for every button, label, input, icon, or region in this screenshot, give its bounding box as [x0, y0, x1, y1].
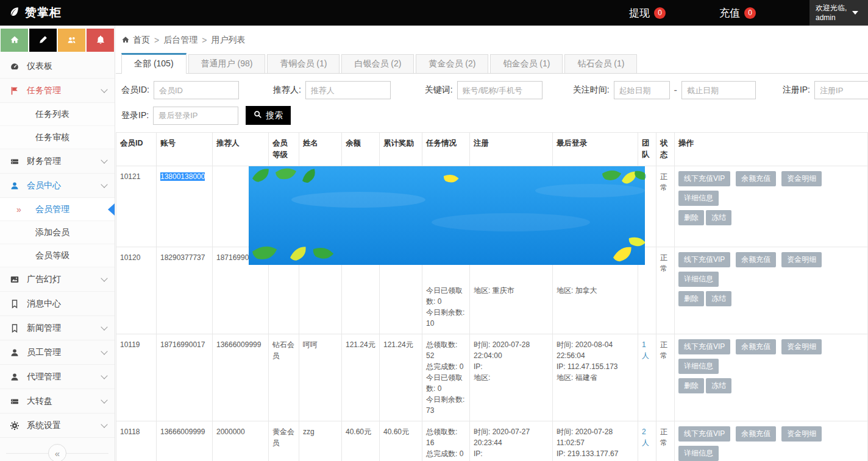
offline-recharge-vip-button[interactable]: 线下充值VIP — [678, 339, 730, 354]
register-ip-input[interactable] — [814, 81, 868, 99]
start-date-input[interactable] — [614, 81, 670, 99]
sidebar-item-news-management[interactable]: 新闻管理 — [0, 316, 115, 340]
cell-level: 钻石会员 — [269, 334, 299, 421]
active-marker-icon: » — [16, 205, 21, 214]
cell-member-id: 10120 — [116, 247, 157, 334]
member-id-input[interactable] — [154, 81, 239, 99]
sidebar-item-dashboard[interactable]: 仪表板 — [0, 54, 115, 79]
recharge-link[interactable]: 充值 0 — [719, 6, 756, 20]
search-button[interactable]: 搜索 — [246, 106, 291, 125]
offline-recharge-vip-button[interactable]: 线下充值VIP — [678, 252, 730, 267]
fund-details-button[interactable]: 资金明细 — [781, 426, 822, 442]
freeze-button[interactable]: 冻结 — [706, 291, 731, 306]
sidebar-item-ad-slides[interactable]: 广告幻灯 — [0, 267, 115, 292]
breadcrumb-backend[interactable]: 后台管理 — [163, 35, 197, 46]
promo-banner-image — [249, 166, 645, 265]
fund-details-button[interactable]: 资金明细 — [781, 252, 822, 267]
detail-info-button[interactable]: 详细信息 — [678, 359, 719, 374]
tab-normal-user[interactable]: 普通用户 (98) — [188, 54, 266, 73]
chevron-down-icon — [101, 157, 107, 163]
notifications-button[interactable] — [87, 29, 114, 52]
topbar: 赞掌柜 提现 0 充值 0 欢迎光临, admin — [0, 0, 868, 26]
sidebar-item-finance-management[interactable]: 财务管理 — [0, 149, 115, 174]
cell-account: 13666009999 — [157, 421, 213, 461]
cell-balance: 40.60元 — [342, 421, 380, 461]
sidebar-item-message-center[interactable]: 消息中心 — [0, 292, 115, 316]
cell-status: 正常 — [656, 421, 675, 461]
detail-info-button[interactable]: 详细信息 — [678, 446, 719, 461]
sidebar-item-label: 广告幻灯 — [27, 274, 61, 285]
cell-account: 18716990017 — [157, 334, 213, 421]
sidebar-item-label: 新闻管理 — [27, 323, 61, 334]
chevron-down-icon — [101, 181, 107, 188]
sidebar-item-lucky-wheel[interactable]: 大转盘 — [0, 389, 115, 413]
balance-recharge-button[interactable]: 余额充值 — [736, 339, 776, 354]
tab-gold[interactable]: 黄金会员 (2) — [416, 54, 488, 73]
admin-dropdown[interactable]: 欢迎光临, admin — [809, 0, 868, 26]
login-ip-input[interactable] — [153, 107, 238, 125]
freeze-button[interactable]: 冻结 — [706, 378, 731, 393]
sidebar-item-label: 大转盘 — [27, 396, 52, 407]
sidebar-item-agent-management[interactable]: 代理管理 — [0, 365, 115, 389]
sidebar-item-staff-management[interactable]: 员工管理 — [0, 340, 115, 365]
cell-referrer: 2000000 — [213, 421, 269, 461]
fund-details-button[interactable]: 资金明细 — [781, 171, 822, 186]
sidebar-item-add-member[interactable]: 添加会员 — [0, 221, 115, 244]
sidebar-item-label: 会员中心 — [27, 180, 61, 191]
detail-info-button[interactable]: 详细信息 — [678, 191, 719, 206]
sidebar-item-label: 仪表板 — [27, 61, 52, 72]
cell-register: 时间: 2020-07-28 22:04:00 IP: 地区: — [470, 334, 553, 421]
end-date-input[interactable] — [681, 81, 756, 99]
table-row: 10119 18716990017 13666009999 钻石会员 呵呵 12… — [116, 334, 868, 421]
offline-recharge-vip-button[interactable]: 线下充值VIP — [678, 426, 730, 442]
cell-name: zzg — [299, 421, 342, 461]
bookmark-icon — [9, 299, 20, 309]
referrer-input[interactable] — [305, 81, 391, 99]
tab-silver[interactable]: 白银会员 (2) — [341, 54, 414, 73]
balance-recharge-button[interactable]: 余额充值 — [736, 171, 776, 186]
cell-name: 呵呵 — [299, 334, 342, 421]
users-icon — [67, 35, 77, 46]
delete-button[interactable]: 删除 — [678, 291, 704, 306]
chevron-down-icon — [101, 396, 107, 403]
follow-time-label: 关注时间: — [573, 85, 610, 96]
sidebar-collapse-row: « — [0, 440, 115, 461]
freeze-button[interactable]: 冻结 — [706, 210, 731, 225]
delete-button[interactable]: 删除 — [678, 378, 704, 393]
detail-info-button[interactable]: 详细信息 — [678, 272, 719, 287]
keyword-input[interactable] — [457, 81, 542, 99]
tab-platinum[interactable]: 铂金会员 (1) — [490, 54, 563, 73]
fund-details-button[interactable]: 资金明细 — [781, 339, 822, 354]
sidebar-collapse-button[interactable]: « — [48, 444, 66, 461]
balance-recharge-button[interactable]: 余额充值 — [736, 252, 776, 267]
cell-member-id: 10121 — [116, 166, 157, 247]
home-button[interactable] — [1, 29, 28, 52]
cell-balance: 121.24元 — [342, 334, 380, 421]
col-last-login: 最后登录 — [553, 133, 638, 166]
delete-button[interactable]: 删除 — [678, 210, 704, 225]
home-icon — [121, 35, 130, 46]
edit-button[interactable] — [29, 29, 57, 52]
withdraw-link[interactable]: 提现 0 — [629, 6, 666, 20]
team-count-link[interactable]: 2 人 — [642, 428, 649, 447]
users-button[interactable] — [58, 29, 85, 52]
cell-reward: 40.60元 — [380, 421, 422, 461]
sidebar-item-member-management[interactable]: » 会员管理 — [0, 198, 115, 221]
sidebar-item-member-center[interactable]: 会员中心 — [0, 174, 115, 198]
sidebar-item-member-level[interactable]: 会员等级 — [0, 244, 115, 267]
table-header-row: 会员ID 账号 推荐人 会员等级 姓名 余额 累计奖励 任务情况 注册 最后登录… — [116, 133, 868, 166]
sidebar-item-task-list[interactable]: 任务列表 — [0, 103, 115, 126]
breadcrumb-home[interactable]: 首页 — [121, 35, 150, 46]
tab-diamond[interactable]: 钻石会员 (1) — [564, 54, 637, 73]
offline-recharge-vip-button[interactable]: 线下充值VIP — [678, 171, 730, 186]
brand-logo[interactable]: 赞掌柜 — [0, 5, 116, 21]
image-icon — [9, 275, 20, 284]
balance-recharge-button[interactable]: 余额充值 — [736, 426, 776, 442]
tab-bronze[interactable]: 青铜会员 (1) — [267, 54, 340, 73]
cell-task-status: 总领取数: 16 总完成数: 0 今日已领取数: 0 今日剩余数: 20 — [422, 421, 470, 461]
sidebar-item-task-review[interactable]: 任务审核 — [0, 126, 115, 149]
sidebar-item-system-settings[interactable]: 系统设置 — [0, 413, 115, 438]
team-count-link[interactable]: 1 人 — [642, 340, 649, 360]
tab-all[interactable]: 全部 (105) — [121, 53, 187, 74]
sidebar-item-task-management[interactable]: 任务管理 — [0, 79, 115, 103]
